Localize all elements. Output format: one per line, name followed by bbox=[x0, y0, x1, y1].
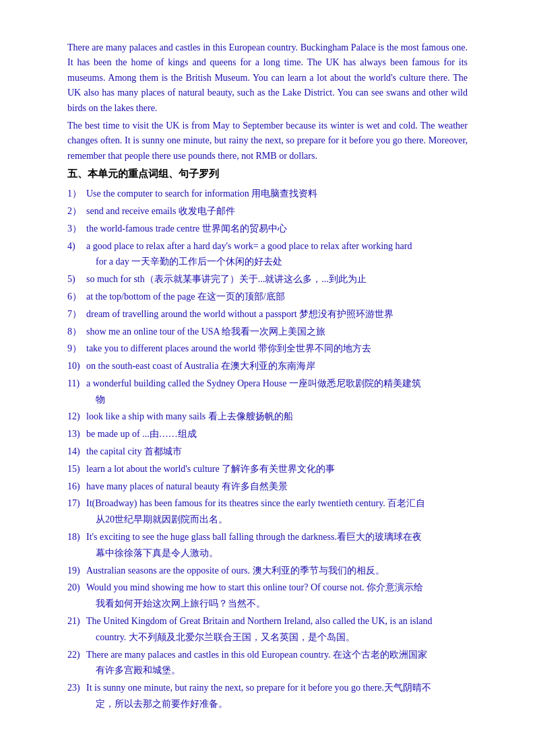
list-item: 4)a good place to relax after a hard day… bbox=[67, 238, 468, 271]
item-number: 20) bbox=[67, 580, 86, 596]
item-text-en: so much for sth（表示就某事讲完了）关于...就讲这么多，...到… bbox=[86, 274, 367, 284]
item-number: 17) bbox=[67, 495, 86, 512]
item-text-cn: 澳大利亚的季节与我们的相反。 bbox=[250, 565, 385, 576]
item-text-cn: 在澳大利亚的东南海岸 bbox=[218, 361, 315, 371]
item-number: 16) bbox=[67, 479, 86, 495]
item-text-cn: 有许多自然美景 bbox=[220, 481, 288, 491]
item-list: 1）Use the computer to search for informa… bbox=[67, 186, 468, 712]
item-text-en: look like a ship with many sails bbox=[86, 411, 206, 421]
section-title: 五、本单元的重点词组、句子罗列 bbox=[67, 168, 468, 180]
item-number: 8） bbox=[67, 324, 86, 340]
item-text-cn: 梦想没有护照环游世界 bbox=[297, 309, 394, 319]
item-number: 6） bbox=[67, 289, 86, 305]
item-text-continuation: 我看如何开始这次网上旅行吗？当然不。 bbox=[67, 596, 468, 612]
item-number: 1） bbox=[67, 186, 86, 202]
item-text-en: learn a lot about the world's culture bbox=[86, 464, 220, 474]
item-text-en: There are many palaces and castles in th… bbox=[86, 650, 427, 660]
item-text-en: Would you mind showing me how to start t… bbox=[86, 582, 423, 592]
item-number: 9） bbox=[67, 341, 86, 357]
list-item: 16)have many places of natural beauty 有许… bbox=[67, 479, 468, 495]
item-number: 2） bbox=[67, 203, 86, 219]
item-text-continuation: 物 bbox=[67, 392, 468, 408]
item-text-en: the capital city bbox=[86, 446, 141, 456]
item-text-cn: 看上去像艘扬帆的船 bbox=[206, 411, 293, 421]
item-text-en: Australian seasons are the opposite of o… bbox=[86, 565, 250, 576]
item-text-en: The United Kingdom of Great Britain and … bbox=[86, 616, 433, 626]
list-item: 6）at the top/bottom of the page 在这一页的顶部/… bbox=[67, 289, 468, 305]
list-item: 1）Use the computer to search for informa… bbox=[67, 186, 468, 202]
item-text-cn: 在这一页的顶部/底部 bbox=[195, 291, 284, 302]
item-number: 11) bbox=[67, 376, 86, 392]
list-item: 11)a wonderful building called the Sydne… bbox=[67, 376, 468, 408]
list-item: 14)the capital city 首都城市 bbox=[67, 444, 468, 460]
item-text-en: It is sunny one minute, but rainy the ne… bbox=[86, 683, 431, 693]
list-item: 21)The United Kingdom of Great Britain a… bbox=[67, 613, 468, 646]
item-number: 12) bbox=[67, 409, 86, 425]
list-item: 9）take you to different places around th… bbox=[67, 341, 468, 357]
list-item: 2）send and receive emails 收发电子邮件 bbox=[67, 203, 468, 219]
list-item: 15)learn a lot about the world's culture… bbox=[67, 461, 468, 477]
list-item: 7）dream of travelling around the world w… bbox=[67, 306, 468, 322]
item-text-continuation: 有许多宫殿和城堡。 bbox=[67, 662, 468, 679]
list-item: 3）the world-famous trade centre 世界闻名的贸易中… bbox=[67, 221, 468, 237]
item-text-en: send and receive emails bbox=[86, 206, 176, 216]
item-number: 3） bbox=[67, 221, 86, 237]
item-text-en: Use the computer to search for informati… bbox=[86, 188, 249, 199]
intro-paragraph-2: The best time to visit the UK is from Ma… bbox=[67, 118, 468, 164]
item-number: 10) bbox=[67, 358, 86, 374]
item-text-cn: 世界闻名的贸易中心 bbox=[199, 224, 287, 234]
list-item: 12)look like a ship with many sails 看上去像… bbox=[67, 409, 468, 425]
item-number: 21) bbox=[67, 613, 86, 629]
item-text-cn: 首都城市 bbox=[141, 446, 182, 456]
item-text-en: It(Broadway) has been famous for its the… bbox=[86, 498, 425, 508]
item-text-cn: 收发电子邮件 bbox=[176, 206, 235, 216]
item-text-continuation: country. 大不列颠及北爱尔兰联合王国，又名英国，是个岛国。 bbox=[67, 629, 468, 646]
item-text-continuation: 从20世纪早期就因剧院而出名。 bbox=[67, 512, 468, 528]
item-text-en: take you to different places around the … bbox=[86, 343, 255, 353]
list-item: 18)It's exciting to see the huge glass b… bbox=[67, 529, 468, 561]
list-item: 17)It(Broadway) has been famous for its … bbox=[67, 495, 468, 528]
list-item: 19)Australian seasons are the opposite o… bbox=[67, 563, 468, 579]
item-text-cn: 带你到全世界不同的地方去 bbox=[255, 343, 371, 353]
item-text-en: be made up of ...由……组成 bbox=[86, 429, 197, 439]
item-number: 4) bbox=[67, 238, 86, 254]
list-item: 20)Would you mind showing me how to star… bbox=[67, 580, 468, 612]
item-text-en: a wonderful building called the Sydney O… bbox=[86, 378, 421, 388]
list-item: 22)There are many palaces and castles in… bbox=[67, 647, 468, 679]
item-number: 19) bbox=[67, 563, 86, 579]
item-text-continuation: for a day 一天辛勤的工作后一个休闲的好去处 bbox=[67, 254, 468, 270]
item-text-continuation: 定，所以去那之前要作好准备。 bbox=[67, 696, 468, 712]
item-text-cn: 了解许多有关世界文化的事 bbox=[220, 464, 336, 474]
item-number: 14) bbox=[67, 444, 86, 460]
item-text-en: It's exciting to see the huge glass ball… bbox=[86, 532, 422, 542]
item-number: 18) bbox=[67, 529, 86, 545]
item-text-en: the world-famous trade centre bbox=[86, 224, 199, 234]
item-number: 23) bbox=[67, 680, 86, 696]
list-item: 8）show me an online tour of the USA 给我看一… bbox=[67, 324, 468, 340]
item-text-en: dream of travelling around the world wit… bbox=[86, 309, 297, 319]
item-text-en: on the south-east coast of Australia bbox=[86, 361, 218, 371]
item-number: 7） bbox=[67, 306, 86, 322]
list-item: 13)be made up of ...由……组成 bbox=[67, 426, 468, 442]
item-text-en: a good place to relax after a hard day's… bbox=[86, 241, 412, 251]
item-text-continuation: 幕中徐徐落下真是令人激动。 bbox=[67, 545, 468, 561]
item-number: 13) bbox=[67, 426, 86, 442]
item-number: 15) bbox=[67, 461, 86, 477]
list-item: 23)It is sunny one minute, but rainy the… bbox=[67, 680, 468, 712]
item-text-en: at the top/bottom of the page bbox=[86, 291, 195, 302]
item-text-en: have many places of natural beauty bbox=[86, 481, 220, 491]
intro-paragraph-1: There are many palaces and castles in th… bbox=[67, 40, 468, 116]
item-number: 5) bbox=[67, 271, 86, 287]
item-text-cn: 给我看一次网上美国之旅 bbox=[220, 327, 326, 337]
list-item: 5)so much for sth（表示就某事讲完了）关于...就讲这么多，..… bbox=[67, 271, 468, 287]
item-text-en: show me an online tour of the USA bbox=[86, 327, 220, 337]
list-item: 10)on the south-east coast of Australia … bbox=[67, 358, 468, 374]
item-number: 22) bbox=[67, 647, 86, 663]
item-text-cn: 用电脑查找资料 bbox=[249, 188, 318, 199]
